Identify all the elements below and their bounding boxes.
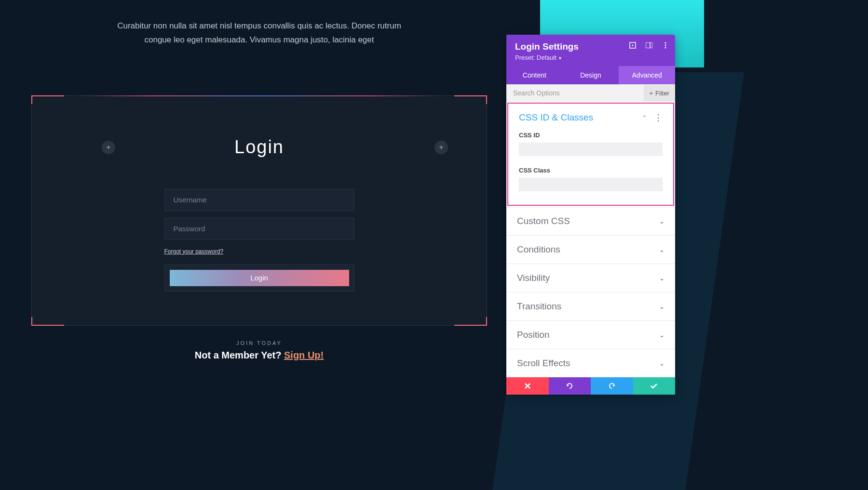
plus-icon: +	[650, 90, 653, 97]
snap-icon[interactable]	[645, 41, 653, 49]
preset-selector[interactable]: Preset: Default▼	[515, 54, 666, 61]
signup-link[interactable]: Sign Up!	[284, 350, 324, 360]
tab-design[interactable]: Design	[563, 66, 619, 84]
signup-prompt: Not a Member Yet? Sign Up!	[0, 350, 518, 361]
section-scroll-effects: Scroll Effects ⌄	[506, 349, 675, 377]
panel-header[interactable]: Login Settings Preset: Default▼	[506, 35, 675, 66]
header-icons	[629, 41, 669, 49]
section-title: Custom CSS	[517, 216, 570, 226]
join-today-label: Join Today	[0, 340, 518, 346]
tab-content[interactable]: Content	[506, 66, 563, 84]
section-visibility: Visibility ⌄	[506, 264, 675, 292]
redo-icon	[608, 382, 616, 390]
signup-question: Not a Member Yet?	[195, 350, 284, 360]
login-button-wrapper: Login	[164, 265, 354, 291]
panel-footer	[506, 377, 675, 395]
chevron-down-icon: ⌄	[659, 303, 665, 310]
kebab-menu-icon[interactable]: ⋮	[654, 113, 663, 122]
corner-decoration	[31, 317, 64, 326]
css-class-input[interactable]	[519, 178, 663, 191]
undo-icon	[566, 382, 573, 390]
chevron-down-icon: ⌄	[659, 218, 665, 225]
expand-icon[interactable]	[629, 41, 637, 49]
page-content: Curabitur non nulla sit amet nisl tempus…	[0, 0, 518, 361]
section-position: Position ⌄	[506, 320, 675, 349]
section-header-transitions[interactable]: Transitions ⌄	[506, 292, 675, 320]
login-form: Forgot your password? Login	[164, 189, 354, 291]
section-header-visibility[interactable]: Visibility ⌄	[506, 264, 675, 292]
chevron-down-icon: ⌄	[659, 360, 665, 367]
intro-text: Curabitur non nulla sit amet nisl tempus…	[105, 19, 414, 47]
search-row: + Filter	[506, 84, 675, 102]
section-header-scroll-effects[interactable]: Scroll Effects ⌄	[506, 349, 675, 377]
section-header-custom-css[interactable]: Custom CSS ⌄	[506, 207, 675, 235]
svg-rect-2	[646, 42, 652, 48]
section-title: CSS ID & Classes	[519, 112, 593, 123]
svg-point-1	[632, 45, 634, 46]
css-id-label: CSS ID	[519, 132, 663, 139]
panel-body: CSS ID & Classes ⌃ ⋮ CSS ID CSS Class Cu…	[506, 102, 675, 377]
search-input[interactable]	[506, 84, 644, 102]
section-title: Position	[517, 330, 550, 340]
username-field[interactable]	[164, 189, 354, 211]
chevron-down-icon: ⌄	[659, 246, 665, 253]
section-title: Visibility	[517, 273, 550, 283]
section-title: Scroll Effects	[517, 358, 570, 369]
section-custom-css: Custom CSS ⌄	[506, 207, 675, 235]
undo-button[interactable]	[549, 377, 591, 395]
cancel-button[interactable]	[506, 377, 549, 395]
chevron-down-icon: ⌄	[659, 275, 665, 282]
section-header-css-id-classes[interactable]: CSS ID & Classes ⌃ ⋮	[508, 104, 673, 132]
redo-button[interactable]	[591, 377, 633, 395]
chevron-up-icon[interactable]: ⌃	[642, 114, 647, 121]
section-transitions: Transitions ⌄	[506, 292, 675, 320]
login-module[interactable]: + + Login Forgot your password? Login	[31, 95, 487, 326]
join-section: Join Today Not a Member Yet? Sign Up!	[0, 340, 518, 361]
forgot-password-link[interactable]: Forgot your password?	[164, 248, 224, 255]
chevron-down-icon: ⌄	[659, 331, 665, 339]
svg-point-5	[665, 45, 666, 46]
save-button[interactable]	[633, 377, 676, 395]
panel-tabs: Content Design Advanced	[506, 66, 675, 84]
section-title: Transitions	[517, 301, 561, 312]
section-header-conditions[interactable]: Conditions ⌄	[506, 236, 675, 264]
login-form-content: Login Forgot your password? Login	[32, 96, 487, 291]
filter-button[interactable]: + Filter	[644, 85, 675, 101]
css-class-label: CSS Class	[519, 167, 663, 174]
section-content: CSS ID CSS Class	[508, 132, 673, 205]
svg-point-6	[665, 47, 666, 49]
check-icon	[650, 383, 658, 389]
tab-advanced[interactable]: Advanced	[619, 66, 675, 84]
filter-label: Filter	[655, 90, 669, 97]
corner-decoration	[454, 317, 487, 326]
section-header-position[interactable]: Position ⌄	[506, 321, 675, 349]
password-field[interactable]	[164, 218, 354, 240]
kebab-menu-icon[interactable]	[662, 41, 669, 49]
preset-label: Preset: Default	[515, 54, 556, 61]
module-settings-panel[interactable]: Login Settings Preset: Default▼ Content …	[506, 35, 675, 395]
section-css-id-classes: CSS ID & Classes ⌃ ⋮ CSS ID CSS Class	[507, 103, 674, 206]
chevron-down-icon: ▼	[558, 56, 562, 61]
section-conditions: Conditions ⌄	[506, 235, 675, 264]
login-button[interactable]: Login	[170, 270, 349, 286]
close-icon	[524, 383, 531, 389]
section-title: Conditions	[517, 244, 560, 255]
css-id-input[interactable]	[519, 143, 663, 156]
section-controls: ⌃ ⋮	[642, 113, 663, 122]
login-title: Login	[234, 137, 284, 158]
svg-point-4	[665, 42, 666, 44]
